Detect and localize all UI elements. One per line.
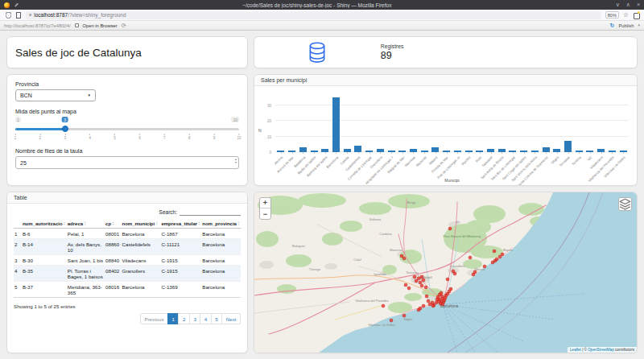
map-marker[interactable] [431, 304, 435, 307]
map-marker[interactable] [493, 250, 496, 253]
publish-button[interactable]: Publish [618, 23, 634, 28]
maximize-icon[interactable]: ∧ [626, 2, 630, 8]
map-marker[interactable] [402, 314, 406, 317]
number-spinner[interactable]: ▴▾ [235, 158, 237, 164]
x-tick [436, 152, 436, 154]
map-marker[interactable] [473, 270, 477, 274]
map-marker[interactable] [390, 319, 393, 322]
column-header-nom_provincia[interactable]: nom_provincia▲▼ [201, 220, 241, 229]
map-marker[interactable] [425, 295, 428, 298]
table-cell: Viladecans [121, 255, 160, 266]
map-marker[interactable] [422, 279, 425, 282]
page-button-5[interactable]: 5 [211, 313, 222, 324]
point-size-slider[interactable]: 1 10 3 12345678910 [15, 117, 239, 142]
map-marker[interactable] [453, 272, 456, 275]
page-button-3[interactable]: 3 [189, 313, 200, 324]
column-header-empresa_titular[interactable]: empresa_titular▲▼ [160, 220, 201, 229]
next-page-button[interactable]: Next [221, 313, 241, 324]
map-marker[interactable] [449, 287, 452, 291]
slider-tick: 6 [138, 134, 141, 140]
refresh-icon[interactable]: ⟳ [122, 23, 126, 28]
map-marker[interactable] [498, 255, 502, 258]
bookmark-star-icon[interactable]: ☆ [623, 12, 629, 19]
map-card: BergaSolsonaCardonaManresaVicIgualadaTer… [254, 192, 638, 353]
sort-icon: ▲▼ [64, 221, 66, 225]
zoom-level-badge[interactable]: 80% [605, 11, 619, 19]
map-marker[interactable] [428, 303, 431, 306]
x-tick [457, 152, 458, 154]
permissions-icon[interactable]: ≡ [29, 13, 31, 18]
column-header-adreca[interactable]: adreca▲▼ [67, 220, 105, 229]
map-marker[interactable] [495, 258, 498, 261]
map-marker[interactable] [417, 277, 420, 280]
url-bar[interactable]: ≡ localhost:8787/?view=shiny_foreground [26, 11, 601, 19]
map-marker[interactable] [407, 287, 411, 290]
map-marker[interactable] [424, 286, 427, 289]
column-header-num_autoritzacio[interactable]: num_autoritzacio▲▼ [22, 220, 67, 229]
minimize-icon[interactable]: ∨ [616, 2, 620, 8]
provincia-select[interactable]: BCN ▼ [15, 89, 96, 101]
leaflet-map[interactable]: BergaSolsonaCardonaManresaVicIgualadaTer… [254, 192, 637, 353]
page-button-4[interactable]: 4 [200, 313, 211, 324]
close-icon[interactable]: × [637, 2, 640, 8]
leaflet-link[interactable]: Leaflet [570, 348, 581, 352]
map-marker[interactable] [402, 257, 406, 260]
table-search-input[interactable] [180, 208, 241, 216]
table-row[interactable]: 2B-14Av. dels Banys, 1008860Castelldefel… [14, 239, 241, 255]
table-cell: Pl. Torras i Bages, 1 baixos [67, 266, 105, 282]
map-marker[interactable] [483, 265, 486, 268]
rows-number-input[interactable] [15, 156, 239, 169]
map-marker[interactable] [419, 307, 422, 310]
publish-icon[interactable]: ↻ [610, 23, 615, 28]
map-marker[interactable] [415, 279, 418, 283]
zoom-in-button[interactable]: + [260, 198, 270, 208]
publish-caret-icon[interactable]: ▾ [638, 23, 640, 27]
table-row[interactable]: 4B-35Pl. Torras i Bages, 1 baixos08402Gr… [14, 266, 241, 282]
map-marker[interactable] [448, 227, 452, 230]
zoom-out-button[interactable]: − [260, 208, 270, 219]
table-row[interactable]: 5B-37Meridiana, 363-36508016BarcelonaC-1… [14, 282, 241, 298]
map-marker[interactable] [422, 304, 425, 307]
viewer-url[interactable]: http://localhost:8787/p/7e48f1f4/ [4, 23, 71, 28]
map-marker[interactable] [420, 275, 423, 279]
x-tick [590, 152, 591, 154]
map-marker[interactable] [441, 303, 444, 306]
slider-handle[interactable] [62, 126, 68, 132]
map-marker[interactable] [446, 278, 449, 281]
map-marker[interactable] [420, 284, 423, 287]
osm-link[interactable]: OpenStreetMap [588, 348, 613, 352]
map-marker[interactable] [501, 253, 504, 256]
map-city-label: Calaf [353, 258, 361, 262]
map-marker[interactable] [435, 301, 438, 304]
map-marker[interactable] [419, 281, 422, 284]
open-in-browser-button[interactable]: Open in Browser [83, 23, 118, 28]
table-row[interactable]: 3B-30Sant Joan, 1 bis08840ViladecansC-19… [14, 255, 241, 266]
map-marker[interactable] [404, 283, 407, 287]
layers-control[interactable] [618, 197, 632, 211]
column-header-cp[interactable]: cp▲▼ [105, 220, 121, 229]
x-tick [303, 152, 303, 154]
table-row[interactable]: 1B-6Pelai, 108001BarcelonaC-1867Barcelon… [14, 229, 241, 239]
x-tick-label: Tordera [571, 155, 582, 167]
row-number-header [14, 220, 22, 229]
previous-page-button[interactable]: Previous [140, 313, 168, 324]
map-marker[interactable] [469, 256, 472, 259]
page-button-1[interactable]: 1 [167, 313, 179, 324]
map-marker[interactable] [436, 298, 439, 301]
shield-icon[interactable] [5, 12, 11, 19]
map-marker[interactable] [440, 291, 443, 295]
data-table: num_autoritzacio▲▼adreca▲▼cp▲▼nom_munici… [14, 220, 241, 298]
map-marker[interactable] [427, 299, 430, 303]
library-icon[interactable] [633, 12, 639, 19]
map-marker[interactable] [400, 254, 403, 258]
map-marker[interactable] [382, 304, 385, 307]
y-tick-label: 0 [269, 151, 271, 155]
map-marker[interactable] [413, 275, 416, 279]
open-in-browser-icon [75, 23, 79, 27]
column-header-nom_municipi[interactable]: nom_municipi▲▼ [121, 220, 160, 229]
page-button-2[interactable]: 2 [178, 313, 189, 324]
table-cell: 5 [14, 282, 22, 298]
map-city-label: Cardona [379, 232, 392, 236]
x-tick [469, 152, 469, 154]
page-icon[interactable] [15, 12, 22, 19]
